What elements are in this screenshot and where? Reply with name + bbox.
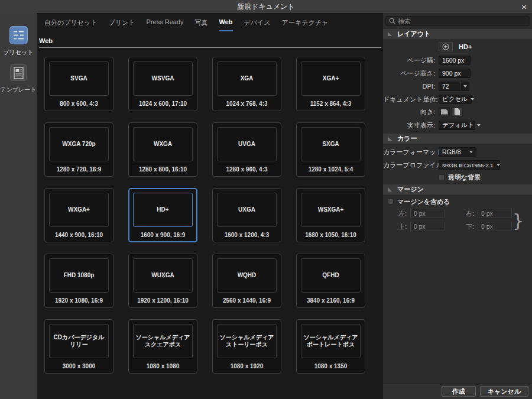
link-margins-icon[interactable]: } (512, 208, 524, 234)
preset-preview: XGA (217, 61, 277, 96)
preset-name: ソーシャルメディアポートレートポス (301, 334, 360, 349)
preset-card[interactable]: WQHD 2560 x 1440, 16:9 (212, 254, 281, 308)
create-button[interactable]: 作成 (442, 386, 476, 397)
preset-dimensions: 3840 x 2160, 16:9 (297, 297, 365, 304)
margin-bottom-label: 下: (449, 222, 474, 231)
preset-card[interactable]: FHD 1080p 1920 x 1080, 16:9 (44, 254, 113, 308)
tab-Press Ready[interactable]: Press Ready (147, 18, 184, 31)
tab-Web[interactable]: Web (219, 18, 233, 31)
preset-card[interactable]: UVGA 1280 x 960, 4:3 (212, 122, 281, 177)
preset-card[interactable]: SVGA 800 x 600, 4:3 (44, 57, 113, 111)
preset-card[interactable]: WUXGA 1920 x 1200, 16:10 (128, 254, 197, 308)
page-height-input[interactable] (439, 69, 471, 78)
preset-name: XGA (239, 75, 255, 83)
preset-card[interactable]: UXGA 1600 x 1200, 4:3 (212, 188, 281, 242)
units-dropdown[interactable]: ピクセル (439, 95, 472, 104)
actual-size-dropdown[interactable]: デフォルト (439, 121, 475, 130)
preset-name: WQHD (236, 272, 258, 280)
preset-dimensions: 1080 x 1920 (213, 363, 281, 369)
portrait-orientation-button[interactable] (452, 107, 463, 116)
preset-dimensions: 1024 x 600, 17:10 (129, 100, 197, 107)
preset-preview: WXGA 720p (49, 127, 109, 161)
color-format-dropdown[interactable]: RGB/8 (439, 147, 476, 157)
preset-card[interactable]: WSXGA+ 1680 x 1050, 16:10 (296, 188, 365, 242)
include-margins-checkbox[interactable] (388, 199, 394, 205)
tab-デバイス[interactable]: デバイス (244, 18, 271, 31)
add-preset-button[interactable] (439, 42, 453, 51)
tab-自分のプリセット[interactable]: 自分のプリセット (44, 18, 98, 31)
color-format-row: カラーフォーマット: RGB/8 (383, 147, 528, 157)
preset-dimensions: 1440 x 900, 16:10 (45, 232, 113, 238)
page-width-input[interactable] (439, 56, 471, 65)
margin-row-top: 左: 右: (383, 209, 512, 218)
preset-card[interactable]: HD+ 1600 x 900, 16:9 (128, 188, 197, 242)
color-section-header[interactable]: カラー (383, 134, 532, 144)
preset-dimensions: 1920 x 1200, 16:10 (129, 297, 197, 304)
settings-panel: レイアウト HD+ ページ幅: ページ高さ: DPI: 72 ドキュメント単位:… (383, 13, 532, 399)
preset-preview: UXGA (217, 193, 277, 227)
tab-アーキテクチャ[interactable]: アーキテクチャ (282, 18, 329, 31)
mode-sidebar: プリセット テンプレート (0, 13, 37, 399)
preset-card[interactable]: CDカバーデジタルリリー 3000 x 3000 (44, 319, 113, 374)
preset-name: UVGA (236, 141, 257, 148)
preset-dimensions: 1080 x 1080 (129, 363, 197, 369)
preset-name: FHD 1080p (62, 272, 96, 280)
sidebar-item-templates[interactable]: テンプレート (0, 64, 37, 94)
margin-left-input[interactable] (410, 209, 445, 218)
preset-preview: UVGA (217, 127, 277, 161)
preset-name: XGA+ (321, 75, 341, 83)
search-input[interactable] (398, 18, 526, 25)
cancel-button[interactable]: キャンセル (480, 386, 528, 397)
preset-name: WXGA (152, 141, 174, 148)
disclosure-triangle-icon (388, 187, 392, 192)
tab-写真[interactable]: 写真 (195, 18, 208, 31)
preset-preview: SXGA (301, 127, 361, 161)
preset-preview: CDカバーデジタルリリー (49, 324, 109, 358)
preset-card[interactable]: ソーシャルメディアポートレートポス 1080 x 1350 (296, 319, 365, 374)
preset-card[interactable]: WSVGA 1024 x 600, 17:10 (128, 57, 197, 111)
close-icon[interactable]: × (521, 0, 527, 13)
include-margins-row: マージンを含める (388, 197, 528, 206)
preset-name: WXGA 720p (60, 141, 97, 148)
preset-card[interactable]: WXGA 1280 x 800, 16:10 (128, 122, 197, 177)
preset-preview: ソーシャルメディアストーリーポス (217, 324, 277, 358)
margin-bottom-input[interactable] (478, 222, 512, 231)
landscape-orientation-button[interactable] (439, 107, 450, 116)
color-profile-dropdown[interactable]: sRGB IEC61966-2.1 (439, 160, 500, 170)
margin-right-label: 右: (449, 209, 474, 218)
search-box[interactable] (385, 16, 530, 26)
preset-name: WSVGA (150, 75, 176, 83)
margin-right-input[interactable] (478, 209, 512, 218)
preset-name: WUXGA (150, 272, 176, 280)
preset-name: QFHD (320, 272, 340, 280)
margins-section-header[interactable]: マージン (383, 184, 532, 194)
preset-preview: WSVGA (133, 61, 193, 96)
dialog-title: 新規ドキュメント (237, 2, 295, 12)
landscape-page-icon (441, 109, 448, 115)
preset-card[interactable]: QFHD 3840 x 2160, 16:9 (296, 254, 365, 308)
preset-preview: WUXGA (133, 258, 193, 293)
transparent-bg-checkbox[interactable] (439, 174, 445, 180)
preset-dimensions: 1280 x 960, 4:3 (213, 166, 281, 173)
preset-card[interactable]: ソーシャルメディアスクエアポス 1080 x 1080 (128, 319, 197, 374)
dpi-combobox[interactable]: 72 (439, 82, 469, 91)
preset-card[interactable]: SXGA 1280 x 1024, 5:4 (296, 122, 365, 177)
dropdown-arrow-icon[interactable] (460, 82, 469, 90)
preset-card[interactable]: XGA 1024 x 768, 4:3 (212, 57, 281, 111)
color-format-label: カラーフォーマット: (383, 148, 435, 157)
dpi-row: DPI: 72 (383, 82, 528, 91)
layout-section-header[interactable]: レイアウト (383, 29, 532, 39)
disclosure-triangle-icon (388, 137, 392, 141)
preset-card[interactable]: WXGA 720p 1280 x 720, 16:9 (44, 122, 113, 177)
include-margins-label: マージンを含める (397, 197, 450, 206)
tab-プリント[interactable]: プリント (109, 18, 135, 31)
preset-card[interactable]: WXGA+ 1440 x 900, 16:10 (44, 188, 113, 242)
sidebar-item-presets[interactable]: プリセット (0, 26, 37, 57)
margin-top-input[interactable] (410, 222, 445, 231)
preset-name: SXGA (320, 141, 340, 148)
plus-circle-icon (442, 43, 449, 50)
preset-card[interactable]: ソーシャルメディアストーリーポス 1080 x 1920 (212, 319, 281, 374)
preset-dimensions: 1152 x 864, 4:3 (297, 100, 365, 107)
margin-left-label: 左: (383, 209, 407, 218)
preset-card[interactable]: XGA+ 1152 x 864, 4:3 (296, 57, 365, 111)
